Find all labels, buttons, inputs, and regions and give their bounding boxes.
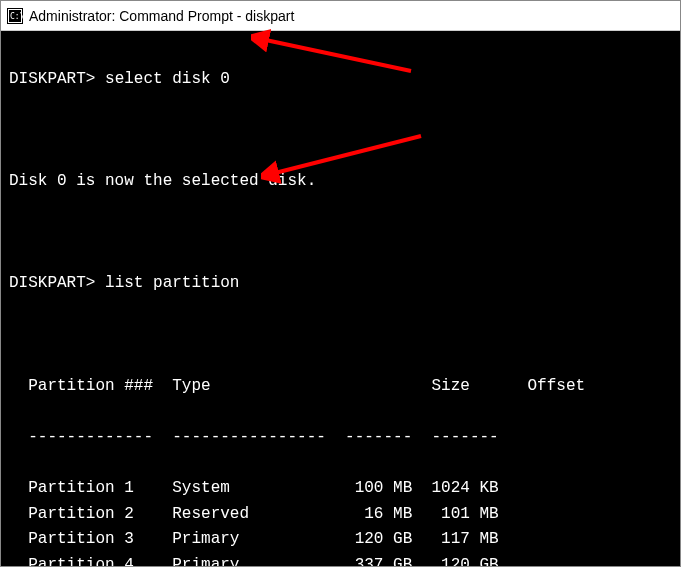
table-divider: ------------- ---------------- ------- -…: [9, 425, 672, 451]
svg-text:C:\: C:\: [10, 12, 23, 21]
window-titlebar[interactable]: C:\ Administrator: Command Prompt - disk…: [1, 1, 680, 31]
response-line: Disk 0 is now the selected disk.: [9, 169, 672, 195]
prompt: DISKPART>: [9, 70, 95, 88]
header-size: Size: [403, 377, 470, 395]
prompt: DISKPART>: [9, 274, 95, 292]
blank-line: [9, 118, 672, 144]
header-type: Type: [172, 377, 326, 395]
blank-line: [9, 220, 672, 246]
header-offset: Offset: [518, 377, 585, 395]
terminal-output[interactable]: DISKPART> select disk 0 Disk 0 is now th…: [1, 31, 680, 566]
command-prompt-icon: C:\: [7, 8, 23, 24]
command-text: list partition: [105, 274, 239, 292]
prompt-line-1: DISKPART> select disk 0: [9, 67, 672, 93]
table-row: Partition 2 Reserved 16 MB 101 MB: [9, 502, 672, 528]
table-row: Partition 1 System 100 MB 1024 KB: [9, 476, 672, 502]
table-row: Partition 4 Primary 337 GB 120 GB: [9, 553, 672, 567]
blank-line: [9, 323, 672, 349]
table-header: Partition ### Type Size Offset: [9, 374, 672, 400]
window-title: Administrator: Command Prompt - diskpart: [29, 8, 294, 24]
prompt-line-2: DISKPART> list partition: [9, 271, 672, 297]
command-text: select disk 0: [105, 70, 230, 88]
header-partition: Partition ###: [28, 377, 153, 395]
table-row: Partition 3 Primary 120 GB 117 MB: [9, 527, 672, 553]
